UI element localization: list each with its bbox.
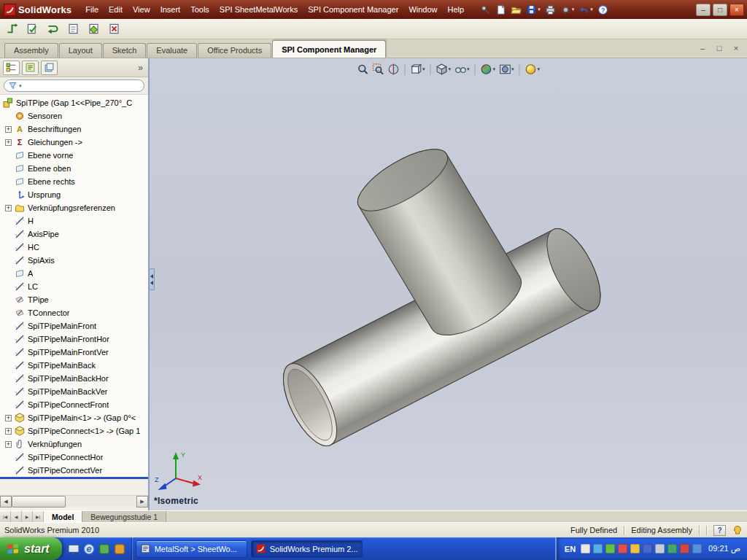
model-3d-view[interactable] xyxy=(150,58,747,510)
green-app-icon[interactable] xyxy=(98,542,111,556)
tray-icon-8[interactable] xyxy=(667,544,677,553)
undo-button[interactable]: ▾ xyxy=(578,2,594,17)
expand-icon[interactable]: + xyxy=(5,415,12,421)
sheet-document-button[interactable] xyxy=(65,20,82,37)
show-desktop-icon[interactable] xyxy=(67,542,80,556)
menu-file[interactable]: File xyxy=(80,2,104,17)
tab-spi-component-manager[interactable]: SPI Component Manager xyxy=(272,40,386,58)
taskbar-clock[interactable]: 09:21 ص xyxy=(708,544,740,553)
tree-item[interactable]: SpiTPipeConnectFront xyxy=(0,398,148,411)
open-button[interactable] xyxy=(510,2,522,17)
menu-view[interactable]: View xyxy=(128,2,155,17)
tab-bewegungsstudie-1[interactable]: Bewegungsstudie 1 xyxy=(82,511,166,522)
menu-spi-sheetmetalworks[interactable]: SPI SheetMetalWorks xyxy=(214,2,303,17)
tree-item[interactable]: SpiTPipeMainFrontHor xyxy=(0,332,148,346)
filter-box[interactable]: ▾ xyxy=(4,79,144,92)
delete-sheet-button[interactable] xyxy=(106,20,123,37)
tree-item[interactable]: HC xyxy=(0,241,148,254)
print-button[interactable] xyxy=(544,2,557,17)
tree-item[interactable]: Sensoren xyxy=(0,109,148,122)
tray-icon-2[interactable] xyxy=(593,544,603,553)
tree-item[interactable]: H xyxy=(0,214,148,228)
tray-icon-5[interactable] xyxy=(630,544,640,553)
tab-model[interactable]: Model xyxy=(44,511,82,522)
tab-assembly[interactable]: Assembly xyxy=(4,43,58,58)
tab-evaluate[interactable]: Evaluate xyxy=(147,43,197,58)
scroll-right-button[interactable]: ▶ xyxy=(136,496,148,508)
task-button-solidworks-premium-2[interactable]: SolidWorks Premium 2... xyxy=(251,540,363,558)
expand-icon[interactable]: + xyxy=(5,139,12,146)
export-sheet-button[interactable] xyxy=(85,20,102,37)
tree-item[interactable]: TConnector xyxy=(0,306,148,319)
scroll-left-button[interactable]: ◀ xyxy=(0,496,12,508)
menu-help[interactable]: Help xyxy=(443,2,470,17)
tab-scroll-button-4[interactable]: ▶| xyxy=(33,511,44,522)
tree-item[interactable]: Ebene vorne xyxy=(0,149,148,162)
tray-icon-4[interactable] xyxy=(618,544,627,553)
menu-edit[interactable]: Edit xyxy=(104,2,128,17)
tree-item[interactable]: +SpiTPipeMain<1> -> (Gap 0°< xyxy=(0,411,148,424)
zoom-area-button[interactable] xyxy=(371,62,385,77)
menu-spi-component-manager[interactable]: SPI Component Manager xyxy=(303,2,403,17)
help-button[interactable]: ? xyxy=(597,2,609,17)
apply-scene-button[interactable]: ▾ xyxy=(498,62,516,77)
tab-sketch[interactable]: Sketch xyxy=(103,43,147,58)
rebuild-tool-button[interactable] xyxy=(44,20,61,37)
tree-item[interactable]: SpiTPipeMainBackVer xyxy=(0,385,148,398)
save-button[interactable]: ▾ xyxy=(525,2,541,17)
tray-icon-10[interactable] xyxy=(692,544,702,553)
tab-layout[interactable]: Layout xyxy=(59,43,102,58)
panel-splitter-handle[interactable] xyxy=(149,268,155,290)
tree-item[interactable]: +Verknüpfungsreferenzen xyxy=(0,201,148,214)
tree-item[interactable]: SpiAxis xyxy=(0,254,148,267)
quick-tips-lamp-icon[interactable] xyxy=(732,525,743,535)
new-document-button[interactable] xyxy=(495,2,507,17)
tab-scroll-button-1[interactable]: |◀ xyxy=(0,511,11,522)
maximize-button[interactable]: □ xyxy=(713,4,727,16)
accept-tool-button[interactable] xyxy=(24,20,41,37)
panel-overflow-chevron[interactable]: » xyxy=(138,63,145,73)
zoom-fit-button[interactable] xyxy=(355,62,370,77)
tree-item[interactable]: SpiTPipeConnectVer xyxy=(0,464,148,477)
tree-item[interactable]: Ebene rechts xyxy=(0,175,148,188)
tray-icon-1[interactable] xyxy=(581,544,590,553)
close-button[interactable]: × xyxy=(729,4,744,16)
configurationmanager-tab-button[interactable] xyxy=(41,61,58,75)
tree-item[interactable]: +ΣGleichungen -> xyxy=(0,136,148,149)
tree-item[interactable]: SpiTPipeMainBack xyxy=(0,359,148,372)
filter-caret-icon[interactable]: ▾ xyxy=(19,83,22,89)
expand-icon[interactable]: + xyxy=(5,205,12,211)
tab-scroll-button-2[interactable]: ◀ xyxy=(11,511,22,522)
view-orientation-button[interactable]: ▾ xyxy=(409,62,427,77)
tray-icon-6[interactable] xyxy=(643,544,652,553)
tree-filter-input[interactable] xyxy=(24,82,139,90)
view-settings-button[interactable]: ▾ xyxy=(524,62,542,77)
menu-tools[interactable]: Tools xyxy=(185,2,214,17)
tree-item[interactable]: +SpiTPipeConnect<1> -> (Gap 1 xyxy=(0,424,148,438)
tab-scroll-button-3[interactable]: ▶ xyxy=(22,511,33,522)
expand-icon[interactable]: + xyxy=(5,428,12,435)
menu-window[interactable]: Window xyxy=(403,2,442,17)
doc-minimize-button[interactable]: – xyxy=(697,42,708,53)
tree-item[interactable]: Ursprung xyxy=(0,188,148,201)
tree-item[interactable]: LC xyxy=(0,280,148,293)
tree-item[interactable]: +Verknüpfungen xyxy=(0,438,148,451)
orange-app-icon[interactable] xyxy=(113,542,126,556)
tab-office-products[interactable]: Office Products xyxy=(198,43,271,58)
featuremanager-tree-tab-button[interactable] xyxy=(3,61,20,75)
hide-show-items-button[interactable]: ▾ xyxy=(453,62,471,77)
propertymanager-tab-button[interactable] xyxy=(22,61,39,75)
options-button[interactable]: ▾ xyxy=(560,2,576,17)
scroll-thumb[interactable] xyxy=(12,496,66,508)
tree-item[interactable]: Ebene oben xyxy=(0,162,148,175)
tray-icon-7[interactable] xyxy=(655,544,665,553)
tree-item[interactable]: TPipe xyxy=(0,293,148,306)
expand-icon[interactable]: + xyxy=(5,126,12,133)
tree-item[interactable]: SpiTPipeConnectHor xyxy=(0,451,148,464)
section-view-button[interactable] xyxy=(386,62,400,77)
task-button-metalsoft-sheetwo[interactable]: MetalSoft > SheetWo... xyxy=(136,540,247,558)
quick-tips-help-button[interactable]: ? xyxy=(713,525,726,536)
tray-icon-9[interactable] xyxy=(680,544,689,553)
language-indicator[interactable]: EN xyxy=(562,544,578,554)
tray-icon-3[interactable] xyxy=(605,544,615,553)
